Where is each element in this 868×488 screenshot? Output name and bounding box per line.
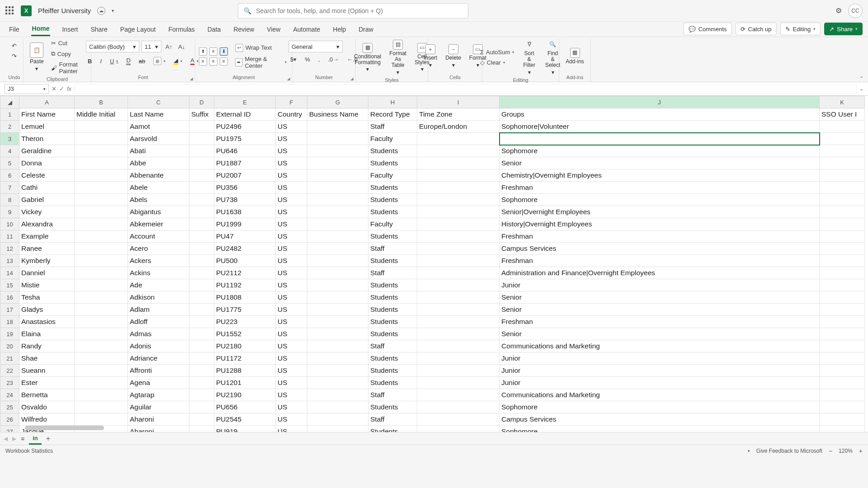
cell[interactable]: Geraldine (19, 145, 75, 157)
cell[interactable]: Freshman (500, 255, 820, 267)
cell[interactable]: Students (368, 291, 417, 304)
cell[interactable] (417, 133, 500, 145)
cell[interactable]: PU1552 (214, 328, 276, 340)
cell[interactable]: US (276, 316, 307, 328)
grow-font-button[interactable]: A↑ (164, 42, 174, 51)
cell[interactable]: US (276, 182, 307, 194)
cell[interactable]: PU1975 (214, 133, 276, 145)
cell[interactable] (75, 121, 128, 133)
column-header-K[interactable]: K (820, 96, 865, 108)
cell[interactable] (307, 218, 368, 230)
cell[interactable] (75, 328, 128, 340)
cell[interactable] (307, 377, 368, 389)
align-bottom-button[interactable]: ⬇ (220, 47, 228, 56)
cell[interactable]: Adlam (128, 304, 189, 316)
cell[interactable]: Adonis (128, 340, 189, 352)
cell[interactable] (75, 316, 128, 328)
menu-home[interactable]: Home (31, 22, 51, 36)
cell[interactable]: Business Name (307, 108, 368, 121)
clear-button[interactable]: ◇Clear▾ (478, 58, 507, 67)
cell[interactable] (417, 304, 500, 316)
cell[interactable]: US (276, 267, 307, 279)
cell[interactable] (75, 401, 128, 413)
cell[interactable] (417, 267, 500, 279)
status-menu-icon[interactable]: ▾ (748, 449, 750, 453)
cell[interactable]: US (276, 304, 307, 316)
strikethrough-button[interactable]: ab (137, 57, 147, 66)
cell[interactable]: US (276, 340, 307, 352)
cell[interactable]: PU1775 (214, 304, 276, 316)
formula-input[interactable] (74, 84, 857, 94)
cell[interactable]: PU2112 (214, 267, 276, 279)
paste-button[interactable]: 📋 Paste▾ (27, 42, 47, 72)
fx-icon[interactable]: fx (67, 85, 71, 92)
column-header-I[interactable]: I (417, 96, 500, 108)
zoom-in-button[interactable]: + (859, 447, 863, 455)
cell[interactable] (417, 426, 500, 432)
cell[interactable]: External ID (214, 108, 276, 121)
cell[interactable]: Admas (128, 328, 189, 340)
tab-nav-prev[interactable]: ◀ (4, 436, 8, 442)
cell[interactable]: Mistie (19, 279, 75, 291)
cell[interactable] (820, 157, 865, 169)
cell[interactable] (307, 267, 368, 279)
cell[interactable] (75, 267, 128, 279)
column-header-D[interactable]: D (189, 96, 214, 108)
cell[interactable]: Abbe (128, 157, 189, 169)
cell[interactable] (417, 230, 500, 243)
cell[interactable] (820, 267, 865, 279)
cell[interactable]: Country (276, 108, 307, 121)
title-dropdown-icon[interactable]: ▾ (112, 8, 114, 13)
cell[interactable] (417, 243, 500, 255)
column-header-J[interactable]: J (500, 96, 820, 108)
percent-button[interactable]: % (303, 55, 312, 64)
cell[interactable]: Danniel (19, 267, 75, 279)
cell[interactable] (417, 279, 500, 291)
cell[interactable]: Affronti (128, 365, 189, 377)
cell[interactable] (417, 389, 500, 401)
cell[interactable]: Aharoni (128, 426, 189, 432)
cell[interactable]: PU1201 (214, 377, 276, 389)
underline-button[interactable]: U▾ (108, 57, 120, 66)
alignment-dialog-launcher[interactable]: ◢ (287, 76, 290, 81)
cell[interactable]: PU1638 (214, 206, 276, 218)
shrink-font-button[interactable]: A↓ (176, 42, 187, 51)
column-header-C[interactable]: C (128, 96, 189, 108)
cell[interactable] (417, 145, 500, 157)
row-header[interactable]: 12 (0, 243, 19, 255)
cell[interactable]: PU2180 (214, 340, 276, 352)
cell[interactable]: Abels (128, 194, 189, 206)
menu-help[interactable]: Help (332, 23, 347, 36)
cell[interactable] (417, 169, 500, 182)
cell[interactable] (820, 121, 865, 133)
cell[interactable] (307, 328, 368, 340)
cell[interactable] (820, 377, 865, 389)
cell[interactable] (820, 401, 865, 413)
cell[interactable] (189, 389, 214, 401)
cell[interactable]: Administration and Finance|Overnight Emp… (500, 267, 820, 279)
increase-decimal-button[interactable]: .0→ (326, 55, 340, 64)
cell[interactable] (189, 304, 214, 316)
cell[interactable]: Communications and Marketing (500, 389, 820, 401)
copy-button[interactable]: ⧉Copy (49, 49, 73, 58)
comments-button[interactable]: 💬Comments (684, 23, 732, 35)
cell[interactable] (820, 291, 865, 304)
cell[interactable]: Students (368, 182, 417, 194)
cell[interactable] (417, 157, 500, 169)
cell[interactable] (820, 352, 865, 365)
cell[interactable]: Ranee (19, 243, 75, 255)
cell[interactable] (75, 169, 128, 182)
cell[interactable] (417, 218, 500, 230)
cell[interactable] (307, 145, 368, 157)
cell[interactable] (820, 206, 865, 218)
cell[interactable]: Account (128, 230, 189, 243)
cell[interactable]: PU223 (214, 316, 276, 328)
feedback-link[interactable]: Give Feedback to Microsoft (756, 448, 822, 454)
cell[interactable] (75, 145, 128, 157)
cell[interactable] (75, 389, 128, 401)
cell[interactable]: Celeste (19, 169, 75, 182)
cell[interactable]: Faculty (368, 169, 417, 182)
cell[interactable]: Students (368, 230, 417, 243)
cell[interactable]: Gladys (19, 304, 75, 316)
zoom-out-button[interactable]: − (829, 447, 832, 455)
